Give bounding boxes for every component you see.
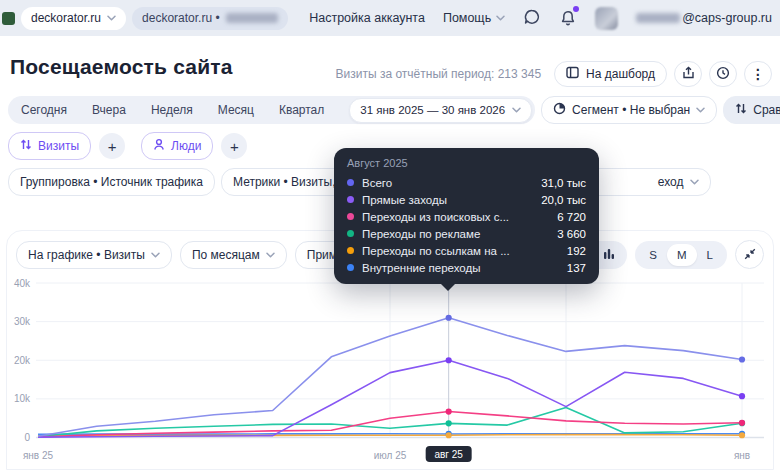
segment-label: Сегмент • Не выбран xyxy=(572,103,690,117)
history-icon xyxy=(716,66,730,83)
traffic-line-chart[interactable]: 010k20k30k40kянв 25июл 25янвавг 25 xyxy=(0,262,780,472)
series-point[interactable] xyxy=(446,432,452,438)
svg-text:10k: 10k xyxy=(14,393,31,404)
resize-icon xyxy=(744,246,756,264)
tooltip-row: Всего31,0 тыс xyxy=(347,174,586,191)
counter-tab-other[interactable]: deckorator.ru • xyxy=(132,7,288,30)
period-option[interactable]: Сегодня xyxy=(21,103,67,117)
dashboard-icon xyxy=(566,66,579,82)
svg-text:30k: 30k xyxy=(14,316,31,327)
series-value: 3 660 xyxy=(557,228,586,240)
series-label: Переходы по рекламе xyxy=(362,228,480,240)
avatar[interactable] xyxy=(595,7,618,30)
series-point[interactable] xyxy=(739,420,745,426)
chevron-down-icon xyxy=(496,15,505,21)
top-bar: deckorator.ru deckorator.ru • Настройка … xyxy=(0,0,780,36)
date-range-picker[interactable]: 31 янв 2025 — 30 янв 2026 xyxy=(349,98,532,123)
add-people-metric-button[interactable]: + xyxy=(221,133,247,159)
series-value: 31,0 тыс xyxy=(541,177,586,189)
history-button[interactable] xyxy=(709,61,737,87)
series-color-dot xyxy=(347,213,354,220)
series-color-dot xyxy=(347,179,354,186)
grouping-filter[interactable]: Группировка • Источник трафика xyxy=(8,168,215,196)
user-email[interactable]: @caps-group.ru xyxy=(636,11,772,25)
svg-text:20k: 20k xyxy=(14,355,31,366)
account-settings-link[interactable]: Настройка аккаунта xyxy=(309,11,425,25)
chevron-down-icon xyxy=(512,107,521,113)
chart-tooltip: Август 2025 Всего31,0 тысПрямые заходы20… xyxy=(334,148,599,284)
export-button[interactable] xyxy=(674,61,702,87)
counter-tab-label: deckorator.ru xyxy=(31,11,101,25)
svg-text:июл 25: июл 25 xyxy=(374,450,407,461)
counter-tab-other-label: deckorator.ru • xyxy=(142,11,220,25)
tooltip-row: Переходы по ссылкам на ...192 xyxy=(347,242,586,259)
series-color-dot xyxy=(347,196,354,203)
notification-dot xyxy=(573,6,579,12)
series-label: Прямые заходы xyxy=(362,194,447,206)
to-dashboard-button[interactable]: На дашборд xyxy=(554,61,667,87)
series-point[interactable] xyxy=(446,357,452,363)
chevron-down-icon xyxy=(690,179,699,185)
series-value: 137 xyxy=(567,262,586,274)
series-point[interactable] xyxy=(446,420,452,426)
goal-filter-label-end: еход xyxy=(658,175,684,189)
pie-segment-icon xyxy=(553,102,566,118)
tooltip-row: Переходы из поисковых с...6 720 xyxy=(347,208,586,225)
series-color-dot xyxy=(347,247,354,254)
date-range-label: 31 янв 2025 — 30 янв 2026 xyxy=(360,104,505,116)
help-label: Помощь xyxy=(443,11,491,25)
series-point[interactable] xyxy=(446,315,452,321)
columns-chart-icon[interactable] xyxy=(603,246,615,264)
add-metric-button[interactable]: + xyxy=(99,133,125,159)
svg-text:авг 25: авг 25 xyxy=(434,449,463,460)
svg-text:0: 0 xyxy=(24,432,30,443)
help-menu[interactable]: Помощь xyxy=(443,11,505,25)
tab-visits[interactable]: Визиты xyxy=(8,132,91,160)
highlighted-month-badge: авг 25 xyxy=(426,446,472,462)
svg-text:40k: 40k xyxy=(14,278,31,289)
series-label: Переходы по ссылкам на ... xyxy=(362,245,510,257)
tab-people[interactable]: Люди xyxy=(141,132,213,160)
email-user-blurred xyxy=(636,13,680,23)
export-icon xyxy=(682,66,695,83)
series-point[interactable] xyxy=(739,356,745,362)
tooltip-row: Прямые заходы20,0 тыс xyxy=(347,191,586,208)
email-domain: @caps-group.ru xyxy=(682,11,772,25)
series-label: Внутренние переходы xyxy=(362,262,480,274)
tab-visits-label: Визиты xyxy=(38,139,79,153)
period-options: СегодняВчераНеделяМесяцКвартал xyxy=(21,103,324,117)
chat-icon[interactable] xyxy=(523,8,541,29)
tooltip-row: Переходы по рекламе3 660 xyxy=(347,225,586,242)
series-point[interactable] xyxy=(446,408,452,414)
segment-filter[interactable]: Сегмент • Не выбран xyxy=(541,96,717,124)
metrica-dashboard: deckorator.ru deckorator.ru • Настройка … xyxy=(0,0,780,472)
svg-text:янв 25: янв 25 xyxy=(23,450,54,461)
series-label: Всего xyxy=(362,177,392,189)
compare-arrows-icon xyxy=(735,102,747,118)
period-option[interactable]: Квартал xyxy=(279,103,324,117)
bell-icon[interactable] xyxy=(559,9,577,27)
header-actions: Визиты за отчётный период: 213 345 На да… xyxy=(336,61,772,87)
compare-label: Сравнение xyxy=(753,103,780,117)
series-label: Переходы из поисковых с... xyxy=(362,211,509,223)
tooltip-row: Внутренние переходы137 xyxy=(347,259,586,276)
chevron-down-icon xyxy=(696,107,705,113)
counter-id-blurred xyxy=(226,13,278,23)
compare-filter[interactable]: Сравнение xyxy=(723,96,780,124)
kebab-menu-button[interactable]: ⋮ xyxy=(744,61,772,87)
series-point[interactable] xyxy=(739,393,745,399)
compare-arrows-icon xyxy=(20,138,32,154)
series-value: 192 xyxy=(567,245,586,257)
report-period-visits: Визиты за отчётный период: 213 345 xyxy=(336,67,542,81)
series-value: 6 720 xyxy=(557,211,586,223)
page-title: Посещаемость сайта xyxy=(10,55,233,79)
period-option[interactable]: Месяц xyxy=(218,103,254,117)
series-color-dot xyxy=(347,264,354,271)
person-icon xyxy=(153,138,165,154)
period-option[interactable]: Вчера xyxy=(92,103,126,117)
counter-tab-active[interactable]: deckorator.ru xyxy=(21,7,126,30)
period-option[interactable]: Неделя xyxy=(151,103,193,117)
top-bar-right: Настройка аккаунта Помощь @caps-group.ru xyxy=(309,0,772,36)
chevron-down-icon xyxy=(151,252,160,258)
series-point[interactable] xyxy=(739,432,745,438)
